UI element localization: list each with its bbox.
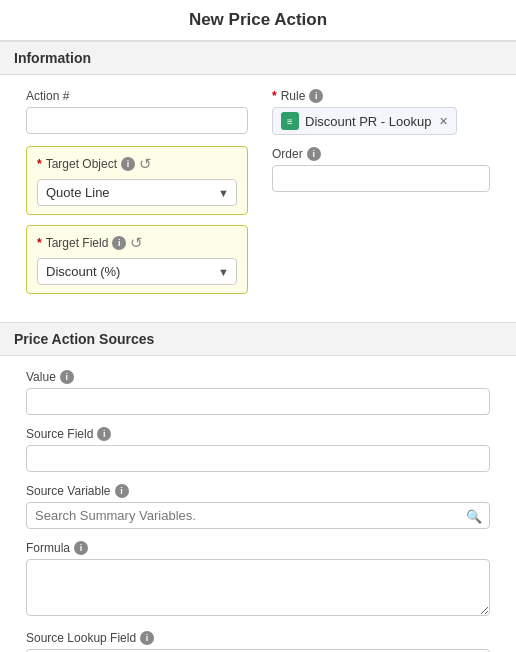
- source-lookup-field-info-icon[interactable]: i: [140, 631, 154, 645]
- price-action-sources-header: Price Action Sources: [0, 322, 516, 356]
- price-action-sources-label: Price Action Sources: [14, 331, 154, 347]
- formula-label-row: Formula i: [26, 541, 490, 555]
- source-field-group: Source Field i: [26, 427, 490, 472]
- value-group: Value i: [26, 370, 490, 415]
- source-field-input[interactable]: [26, 445, 490, 472]
- order-label-row: Order i: [272, 147, 490, 161]
- page-title: New Price Action: [189, 10, 327, 29]
- order-group: Order i: [272, 147, 490, 192]
- action-number-input[interactable]: [26, 107, 248, 134]
- rule-group: * Rule i ≡ Discount PR - Lookup ×: [272, 89, 490, 135]
- price-action-sources-body: Value i Source Field i Source Variable i…: [0, 356, 516, 652]
- target-field-required: *: [37, 236, 42, 250]
- page-header: New Price Action: [0, 0, 516, 41]
- order-input[interactable]: [272, 165, 490, 192]
- target-object-info-icon[interactable]: i: [121, 157, 135, 171]
- rule-info-icon[interactable]: i: [309, 89, 323, 103]
- source-lookup-field-group: Source Lookup Field i Discount__c ▼: [26, 631, 490, 652]
- target-field-box: * Target Field i ↺ Discount (%) ▼: [26, 225, 248, 294]
- formula-input[interactable]: [26, 559, 490, 616]
- info-grid: Action # * Target Object i ↺ Quote Line …: [26, 89, 490, 304]
- rule-label-row: * Rule i: [272, 89, 490, 103]
- order-info-icon[interactable]: i: [307, 147, 321, 161]
- action-number-label: Action #: [26, 89, 248, 103]
- target-field-select[interactable]: Discount (%): [37, 258, 237, 285]
- source-variable-group: Source Variable i 🔍: [26, 484, 490, 529]
- target-field-info-icon[interactable]: i: [112, 236, 126, 250]
- value-input[interactable]: [26, 388, 490, 415]
- target-object-required: *: [37, 157, 42, 171]
- source-variable-search-wrap: 🔍: [26, 502, 490, 529]
- right-column: * Rule i ≡ Discount PR - Lookup × Order …: [268, 89, 490, 304]
- formula-info-icon[interactable]: i: [74, 541, 88, 555]
- target-field-reset-icon[interactable]: ↺: [130, 234, 143, 252]
- rule-tag-close-icon[interactable]: ×: [439, 113, 447, 129]
- target-field-select-wrapper: Discount (%) ▼: [37, 258, 237, 285]
- action-number-group: Action #: [26, 89, 248, 134]
- source-field-label-row: Source Field i: [26, 427, 490, 441]
- rule-tag: ≡ Discount PR - Lookup ×: [272, 107, 457, 135]
- formula-group: Formula i: [26, 541, 490, 619]
- rule-required-star: *: [272, 89, 277, 103]
- source-lookup-field-label-row: Source Lookup Field i: [26, 631, 490, 645]
- rule-tag-text: Discount PR - Lookup: [305, 114, 431, 129]
- source-variable-input[interactable]: [26, 502, 490, 529]
- source-variable-info-icon[interactable]: i: [115, 484, 129, 498]
- target-object-box: * Target Object i ↺ Quote Line ▼: [26, 146, 248, 215]
- information-section-header: Information: [0, 41, 516, 75]
- source-variable-label-row: Source Variable i: [26, 484, 490, 498]
- information-label: Information: [14, 50, 91, 66]
- left-column: Action # * Target Object i ↺ Quote Line …: [26, 89, 248, 304]
- value-info-icon[interactable]: i: [60, 370, 74, 384]
- target-object-reset-icon[interactable]: ↺: [139, 155, 152, 173]
- target-field-label-row: * Target Field i ↺: [37, 234, 237, 252]
- target-object-label-row: * Target Object i ↺: [37, 155, 237, 173]
- rule-tag-icon: ≡: [281, 112, 299, 130]
- value-label-row: Value i: [26, 370, 490, 384]
- information-section-body: Action # * Target Object i ↺ Quote Line …: [0, 75, 516, 322]
- source-field-info-icon[interactable]: i: [97, 427, 111, 441]
- target-object-select-wrapper: Quote Line ▼: [37, 179, 237, 206]
- target-object-select[interactable]: Quote Line: [37, 179, 237, 206]
